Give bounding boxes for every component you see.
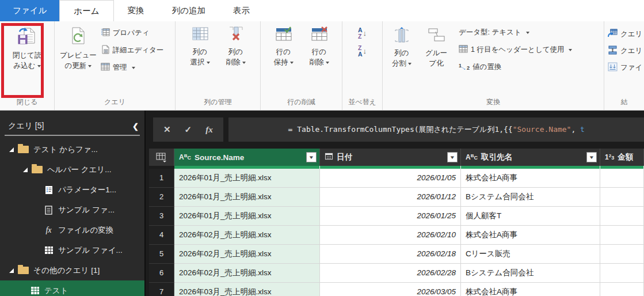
data-type-button[interactable]: データ型: テキスト xyxy=(459,28,572,37)
remove-columns-button[interactable]: 列の 削除 xyxy=(219,24,253,70)
close-and-load-label-2: み込む xyxy=(13,62,35,70)
tree-item-test-selected[interactable]: テスト xyxy=(0,280,144,296)
combine-files-button[interactable]: ファイ xyxy=(608,62,642,73)
cell-date[interactable]: 2026/01/25 xyxy=(320,207,461,226)
close-and-load-button[interactable]: 閉じて読 み込む xyxy=(10,24,45,73)
merge-queries-button[interactable]: クエリ xyxy=(608,29,642,40)
cell-source-name[interactable]: 2026年02月_売上明細.xlsx xyxy=(174,226,320,245)
cell-client[interactable]: Cリース販売 xyxy=(461,245,600,264)
row-number: 7 xyxy=(149,283,174,296)
cell-amount[interactable] xyxy=(600,207,644,226)
tree-item-sample-file[interactable]: サンプル ファ... xyxy=(0,200,144,220)
filter-button[interactable]: ▼ xyxy=(586,152,597,162)
keep-rows-button[interactable]: 行の 保持 xyxy=(267,24,300,70)
column-header-source-name[interactable]: ABC Source.Name ▼ xyxy=(174,149,320,166)
group-label-reduce-rows: 行の削減 xyxy=(261,96,342,110)
properties-button[interactable]: プロパティ xyxy=(101,28,164,39)
tab-file[interactable]: ファイル xyxy=(0,0,59,21)
column-name: 日付 xyxy=(337,152,352,162)
remove-rows-button[interactable]: 行の 削除 xyxy=(303,24,336,70)
table-icon xyxy=(30,286,40,295)
use-first-row-button[interactable]: 1 行目をヘッダーとして使用 xyxy=(459,44,572,55)
cell-source-name[interactable]: 2026年01月_売上明細.xlsx xyxy=(174,169,320,188)
table-row[interactable]: 4 2026年02月_売上明細.xlsx 2026/02/10 株式会社A商事 xyxy=(149,226,644,245)
fx-icon[interactable]: fx xyxy=(205,125,213,135)
tree-expander-icon[interactable] xyxy=(23,168,28,172)
tab-view[interactable]: 表示 xyxy=(219,0,264,21)
table-row[interactable]: 7 2026年03月_売上明細.xlsx 2026/03/05 株式会社A商事 xyxy=(149,283,644,296)
folder-icon xyxy=(32,166,43,173)
table-row[interactable]: 1 2026年01月_売上明細.xlsx 2026/01/05 株式会社A商事 xyxy=(149,169,644,188)
tree-item-transform-file[interactable]: fx ファイルの変換 xyxy=(0,220,144,240)
manage-button[interactable]: 管理 xyxy=(101,62,164,73)
cell-source-name[interactable]: 2026年01月_売上明細.xlsx xyxy=(174,207,320,226)
tree-item-test-folder[interactable]: テスト からファ... xyxy=(0,139,144,160)
select-all-button[interactable] xyxy=(149,149,174,166)
filter-button[interactable]: ▼ xyxy=(447,152,458,162)
commit-formula-icon[interactable]: ✓ xyxy=(185,124,192,135)
cell-source-name[interactable]: 2026年01月_売上明細.xlsx xyxy=(174,188,320,207)
cell-client[interactable]: 株式会社A商事 xyxy=(461,169,600,188)
tree-item-parameter1[interactable]: パラメーター1... xyxy=(0,180,144,200)
sort-ascending-button[interactable]: A Z ↓ xyxy=(358,27,367,39)
cell-client[interactable]: Bシステム合同会社 xyxy=(461,264,600,283)
collapse-pane-chevron-icon[interactable]: ❮ xyxy=(132,122,139,131)
cell-source-name[interactable]: 2026年02月_売上明細.xlsx xyxy=(174,264,320,283)
cell-amount[interactable] xyxy=(600,188,644,207)
group-by-label-2: プ化 xyxy=(429,59,443,67)
cell-date[interactable]: 2026/03/05 xyxy=(320,283,461,296)
cell-amount[interactable] xyxy=(600,169,644,188)
append-queries-button[interactable]: クエリ xyxy=(608,45,642,56)
table-row[interactable]: 5 2026年02月_売上明細.xlsx 2026/02/18 Cリース販売 xyxy=(149,245,644,264)
cell-client[interactable]: 株式会社A商事 xyxy=(461,226,600,245)
filter-button[interactable]: ▼ xyxy=(306,152,317,162)
cell-date[interactable]: 2026/02/28 xyxy=(320,264,461,283)
sort-descending-button[interactable]: Z A ↓ xyxy=(358,45,367,57)
choose-columns-button[interactable]: 列の 選択 xyxy=(184,24,217,70)
chevron-down-icon xyxy=(526,32,529,36)
use-first-row-icon xyxy=(459,44,468,55)
tree-item-helper-queries-folder[interactable]: ヘルパー クエリ... xyxy=(0,160,144,180)
cell-amount[interactable] xyxy=(600,283,644,296)
tree-expander-icon[interactable] xyxy=(9,268,14,273)
cell-client[interactable]: 個人顧客T xyxy=(461,207,600,226)
split-column-button[interactable]: 列の 分割 xyxy=(385,24,418,71)
cell-date[interactable]: 2026/01/12 xyxy=(320,188,461,207)
formula-input[interactable]: = Table.TransformColumnTypes(展開されたテーブル列1… xyxy=(228,117,644,142)
column-header-date[interactable]: 日付 ▼ xyxy=(320,149,461,166)
cell-amount[interactable] xyxy=(600,264,644,283)
tree-item-other-queries-folder[interactable]: その他のクエリ [1] xyxy=(0,260,144,280)
tree-item-sample-file-table[interactable]: サンプル ファイ... xyxy=(0,240,144,260)
cancel-formula-icon[interactable]: ✕ xyxy=(163,124,171,135)
cell-date[interactable]: 2026/02/10 xyxy=(320,226,461,245)
cell-amount[interactable] xyxy=(600,226,644,245)
cell-amount[interactable] xyxy=(600,245,644,264)
group-by-button[interactable]: グルー プ化 xyxy=(420,24,453,71)
cell-date[interactable]: 2026/01/05 xyxy=(320,169,461,188)
column-header-amount[interactable]: 123 金額 xyxy=(600,149,644,166)
tab-transform[interactable]: 変換 xyxy=(114,0,158,21)
tree-item-label: ヘルパー クエリ... xyxy=(47,165,111,175)
remove-columns-icon xyxy=(227,26,245,43)
tree-expander-icon[interactable] xyxy=(9,147,14,152)
cell-client[interactable]: Bシステム合同会社 xyxy=(461,188,600,207)
group-label-combine: 結 xyxy=(604,96,644,110)
tab-home[interactable]: ホーム xyxy=(59,0,113,21)
keep-rows-label-1: 行の xyxy=(276,48,291,56)
row-number: 5 xyxy=(149,245,174,264)
replace-values-button[interactable]: 1 → 2 値の置換 xyxy=(459,62,572,72)
cell-source-name[interactable]: 2026年02月_売上明細.xlsx xyxy=(174,245,320,264)
table-row[interactable]: 6 2026年02月_売上明細.xlsx 2026/02/28 Bシステム合同会… xyxy=(149,264,644,283)
column-header-client[interactable]: ABC 取引先名 ▼ xyxy=(461,149,600,166)
remove-rows-label-2: 削除 xyxy=(310,58,324,66)
tab-add-column[interactable]: 列の追加 xyxy=(158,0,219,21)
table-row[interactable]: 2 2026年01月_売上明細.xlsx 2026/01/12 Bシステム合同会… xyxy=(149,188,644,207)
cell-source-name[interactable]: 2026年03月_売上明細.xlsx xyxy=(174,283,320,296)
cell-client[interactable]: 株式会社A商事 xyxy=(461,283,600,296)
cell-date[interactable]: 2026/02/18 xyxy=(320,245,461,264)
refresh-preview-icon xyxy=(69,26,87,47)
advanced-editor-button[interactable]: 詳細エディター xyxy=(101,45,164,56)
table-row[interactable]: 3 2026年01月_売上明細.xlsx 2026/01/25 個人顧客T xyxy=(149,207,644,226)
choose-columns-label-1: 列の xyxy=(193,48,207,56)
refresh-preview-button[interactable]: プレビュー の更新 xyxy=(57,24,100,73)
